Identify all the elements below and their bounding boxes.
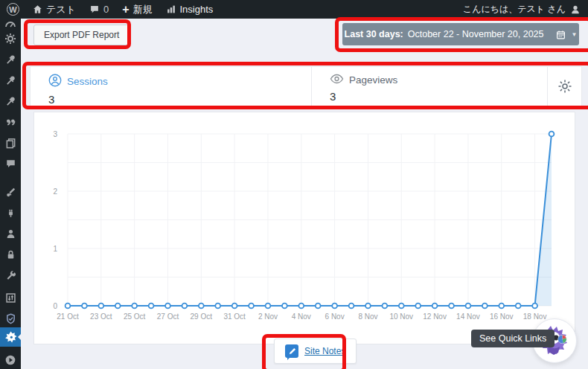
svg-text:8 Nov: 8 Nov [358,312,377,321]
data-point-10-nov[interactable] [399,304,404,309]
data-point-6-nov[interactable] [332,304,337,309]
sessions-line-chart[interactable]: 012321 Oct23 Oct25 Oct27 Oct29 Oct31 Oct… [34,112,575,344]
account-menu[interactable]: こんにちは、テスト さん [456,3,588,16]
data-point-7-nov[interactable] [349,304,354,309]
data-point-29-oct[interactable] [199,304,204,309]
svg-text:2: 2 [53,187,57,196]
data-point-21-oct[interactable] [65,304,71,309]
chevron-down-icon: ▼ [572,31,578,38]
data-point-15-nov[interactable] [482,304,488,309]
comment-bubble-icon [89,4,100,14]
tools-icon[interactable] [0,267,21,283]
new-label: 新規 [133,3,153,16]
data-point-27-oct[interactable] [165,304,170,309]
play-circle-icon[interactable] [0,352,21,368]
data-point-13-nov[interactable] [449,304,454,309]
tab-pageviews[interactable]: Pageviews 3 [312,67,547,108]
insights-label: Insights [180,4,214,15]
admin-bar: W テスト 0 + 新規 Insights こんにちは、テスト さん [0,0,588,19]
comments-icon[interactable] [0,155,21,172]
svg-text:27 Oct: 27 Oct [157,312,179,321]
sessions-label: Sessions [67,76,108,87]
user-avatar-icon [570,4,581,15]
data-point-19-nov[interactable] [549,132,555,137]
admin-sidebar [0,19,21,369]
data-point-26-oct[interactable] [149,304,154,309]
wordpress-icon: W [7,3,19,16]
svg-text:14 Nov: 14 Nov [456,312,480,321]
lock-icon[interactable] [0,246,21,263]
brush-icon[interactable] [0,184,21,200]
monsterinsights-menu-active[interactable] [0,327,21,347]
new-content-menu[interactable]: + 新規 [115,0,159,19]
site-name: テスト [46,3,76,16]
pin-icon-2[interactable] [0,72,21,89]
pin-icon-1[interactable] [0,51,21,68]
data-point-18-nov[interactable] [532,304,537,309]
plugin-icon[interactable] [0,205,21,221]
shield-check-icon[interactable] [0,310,21,327]
site-notes-button[interactable]: Site Notes [274,338,357,364]
users-icon[interactable] [0,225,21,242]
svg-text:25 Oct: 25 Oct [124,312,146,321]
svg-text:4 Nov: 4 Nov [292,312,311,321]
export-pdf-button[interactable]: Export PDF Report [33,25,130,45]
data-point-25-oct[interactable] [132,304,137,309]
pin-icon-3[interactable] [0,93,21,109]
metric-tab-row: Sessions 3 Pageviews 3 [30,66,582,109]
data-point-3-nov[interactable] [282,304,287,309]
svg-text:6 Nov: 6 Nov [325,312,345,321]
svg-text:2 Nov: 2 Nov [258,312,278,321]
pageviews-value: 3 [330,90,547,103]
data-point-14-nov[interactable] [466,304,471,309]
svg-text:1: 1 [53,245,57,253]
wordpress-logo[interactable]: W [0,0,26,19]
data-point-16-nov[interactable] [499,304,504,309]
sessions-value: 3 [48,93,311,106]
insights-menu[interactable]: Insights [159,0,220,19]
gear-icon [557,79,572,97]
svg-text:29 Oct: 29 Oct [191,312,213,321]
data-point-1-nov[interactable] [249,304,254,309]
pageviews-eye-icon [330,74,344,86]
data-point-11-nov[interactable] [415,304,421,309]
data-point-24-oct[interactable] [115,304,121,309]
tab-sessions[interactable]: Sessions 3 [31,67,312,108]
data-point-31-oct[interactable] [232,304,237,309]
quotes-icon[interactable] [0,114,21,130]
bar-chart-icon [166,4,176,14]
data-point-23-oct[interactable] [98,304,103,309]
site-notes-label: Site Notes [304,346,345,356]
data-point-9-nov[interactable] [382,304,387,309]
settings-sliders-icon[interactable] [0,289,21,306]
sessions-user-icon [48,74,62,89]
calendar-icon [556,30,566,39]
svg-text:10 Nov: 10 Nov [389,312,413,321]
svg-text:18 Nov: 18 Nov [523,312,547,321]
svg-text:21 Oct: 21 Oct [57,312,79,321]
pages-icon[interactable] [0,135,21,151]
site-menu[interactable]: テスト [26,0,83,19]
data-point-28-oct[interactable] [182,304,187,309]
overview-chart-panel: 012321 Oct23 Oct25 Oct27 Oct29 Oct31 Oct… [33,112,575,344]
chart-settings-button[interactable] [547,67,581,108]
comments-menu[interactable]: 0 [83,0,115,19]
comments-count: 0 [103,4,109,15]
data-point-2-nov[interactable] [266,304,271,309]
data-point-5-nov[interactable] [316,304,321,309]
data-point-12-nov[interactable] [432,304,438,309]
data-point-17-nov[interactable] [516,304,521,309]
data-point-30-oct[interactable] [215,304,220,309]
home-icon [33,4,42,14]
data-point-8-nov[interactable] [365,304,371,309]
svg-text:16 Nov: 16 Nov [490,312,514,321]
plus-icon: + [122,3,129,16]
data-point-22-oct[interactable] [82,304,87,309]
date-range-selector[interactable]: Last 30 days: October 22 - November 20, … [342,23,579,45]
svg-text:0: 0 [53,302,57,310]
quick-links-tooltip: See Quick Links [471,330,555,347]
data-point-4-nov[interactable] [298,304,304,309]
greeting-text: こんにちは、テスト さん [463,3,566,16]
monsterinsights-dashboard: W テスト 0 + 新規 Insights こんにちは、テスト さん [0,0,588,369]
gear-icon[interactable] [0,31,21,47]
